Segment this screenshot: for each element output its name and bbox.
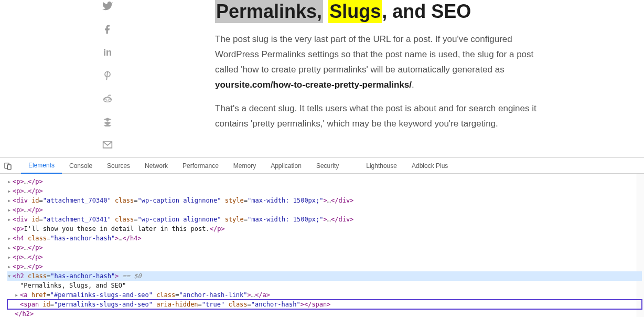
svg-point-6: [109, 94, 111, 96]
devtools-panel: Elements Console Sources Network Perform…: [0, 157, 644, 317]
tab-performance[interactable]: Performance: [175, 158, 226, 174]
devtools-tabs: Elements Console Sources Network Perform…: [0, 158, 644, 174]
page-content: in Permalinks, Slugs, and SEO The post s…: [0, 0, 644, 157]
tab-memory[interactable]: Memory: [226, 158, 263, 174]
device-toggle-icon[interactable]: [3, 161, 13, 171]
tab-network[interactable]: Network: [137, 158, 175, 174]
dom-line[interactable]: ▸<div id="attachment_70341" class="wp-ca…: [7, 215, 642, 224]
dom-line[interactable]: ▸<a href="#permalinks-slugs-and-seo" cla…: [7, 290, 642, 300]
pinterest-icon[interactable]: [102, 69, 113, 82]
article-heading: Permalinks, Slugs, and SEO: [215, 0, 545, 23]
email-icon[interactable]: [102, 139, 113, 151]
dom-line-selected[interactable]: ▾<h2 class="has-anchor-hash"> == $0: [7, 271, 642, 281]
dom-line-highlighted[interactable]: <span id="permalinks-slugs-and-seo" aria…: [7, 300, 642, 309]
tab-application[interactable]: Application: [263, 158, 309, 174]
tab-lighthouse[interactable]: Lighthouse: [359, 158, 404, 174]
dom-tree[interactable]: ▸<p>…</p> ▸<p>…</p> ▸<div id="attachment…: [0, 174, 644, 317]
svg-point-3: [104, 97, 112, 102]
dom-line[interactable]: ▸<p>…</p>: [7, 186, 642, 196]
dom-line[interactable]: ▸<p>…</p>: [7, 243, 642, 252]
facebook-icon[interactable]: [102, 23, 113, 36]
heading-highlight-yellow: Slugs: [328, 0, 382, 23]
dom-line[interactable]: ▸<p>…</p>: [7, 177, 642, 186]
tab-security[interactable]: Security: [309, 158, 346, 174]
tab-adblock[interactable]: Adblock Plus: [404, 158, 455, 174]
linkedin-icon[interactable]: in: [103, 46, 112, 59]
svg-rect-8: [7, 165, 11, 170]
dom-line[interactable]: ▸<p>…</p>: [7, 205, 642, 215]
tab-console[interactable]: Console: [62, 158, 100, 174]
heading-highlight-grey: Permalinks,: [215, 0, 323, 23]
tab-sources[interactable]: Sources: [100, 158, 137, 174]
dom-line[interactable]: ▸<div id="attachment_70340" class="wp-ca…: [7, 196, 642, 205]
dom-line[interactable]: ▸<p>…</p>: [7, 262, 642, 271]
dom-line[interactable]: </h2>: [7, 309, 642, 317]
svg-point-4: [105, 99, 106, 100]
dom-line[interactable]: <p>I'll show you these in detail later i…: [7, 224, 642, 234]
buffer-icon[interactable]: [103, 115, 112, 128]
svg-point-5: [109, 99, 110, 100]
social-share-column: in: [0, 0, 215, 157]
dom-line[interactable]: ▸<p>…</p>: [7, 252, 642, 262]
article-paragraph-1: The post slug is the very last part of t…: [215, 32, 545, 93]
article-paragraph-2: That's a decent slug. It tells users wha…: [215, 101, 545, 132]
article-url-example: yoursite.com/how-to-create-pretty-permal…: [215, 80, 412, 90]
dom-line[interactable]: ▸<h4 class="has-anchor-hash">…</h4>: [7, 234, 642, 243]
heading-rest: , and SEO: [382, 1, 471, 22]
twitter-icon[interactable]: [102, 0, 113, 13]
reddit-icon[interactable]: [102, 92, 113, 105]
article-content: Permalinks, Slugs, and SEO The post slug…: [215, 0, 551, 157]
dom-line[interactable]: "Permalinks, Slugs, and SEO": [7, 281, 642, 290]
tab-elements[interactable]: Elements: [21, 158, 62, 174]
